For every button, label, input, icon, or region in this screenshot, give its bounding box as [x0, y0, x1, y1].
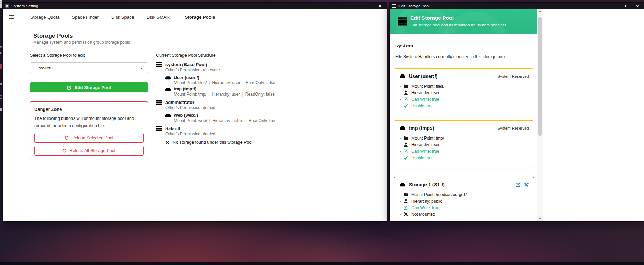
tab-disk-smart[interactable]: Disk SMART [140, 9, 179, 25]
hdd-icon [165, 87, 171, 91]
pool-name: default [165, 126, 180, 131]
handler-name: User (user:/) [409, 73, 437, 79]
usable-row: -Usable: true [400, 154, 534, 161]
scroll-up-button[interactable] [537, 9, 543, 14]
handlers-description: File System Handlers currently mounted i… [395, 54, 507, 59]
chevron-down-icon [140, 68, 143, 69]
system-reserved-badge: System Reserved [497, 74, 529, 78]
structure-title: Current Storage Pool Structure [156, 53, 216, 58]
system-setting-titlebar[interactable]: System Setting [3, 3, 387, 9]
desktop-icon-fragment-ring [0, 95, 2, 99]
mount-details: Mount Point: tmp/|Hierarchy: user|ReadOn… [174, 92, 309, 97]
desktop-icon-label-fragment: xt [0, 51, 3, 55]
folder-icon [404, 136, 411, 140]
handler-name: Storage 1 (S1:/) [409, 182, 445, 187]
server-icon [156, 62, 162, 67]
tab-space-finder[interactable]: Space Finder [66, 9, 105, 25]
check-icon [404, 156, 411, 160]
minimize-button[interactable] [356, 4, 361, 8]
maximize-button[interactable] [624, 4, 629, 8]
minimize-button[interactable] [613, 4, 618, 8]
window-title: Edit Storage Pool [398, 4, 430, 8]
tree-mount-user: User (user:/) Mount Point: files/|Hierar… [165, 75, 309, 85]
can-write-row: -Can Write: true [400, 148, 534, 154]
pool-select-label: Select a Storage Pool to edit [30, 53, 85, 58]
check-icon [404, 104, 411, 108]
mount-point-row: -Mount Point: /media/storage1/ [400, 191, 534, 198]
hierarchy-row: -Hierarchy: user [400, 89, 534, 96]
danger-zone-title: Danger Zone [34, 107, 144, 112]
hdd-icon [400, 74, 405, 78]
gear-icon [5, 4, 9, 8]
usable-row: -Usable: true [400, 103, 534, 109]
fs-handler-card-user: User (user:/) System Reserved -Mount Poi… [394, 68, 534, 116]
fs-handler-card-storage1: Storage 1 (S1:/) -Mount Point: /media/st… [394, 177, 534, 221]
folder-icon [404, 192, 411, 197]
folder-icon [404, 84, 411, 88]
desktop-icon-fragment-red [0, 64, 2, 69]
reload-all-storage-pool-button[interactable]: Reload All Storage Pool [34, 146, 144, 156]
divider [30, 79, 148, 79]
banner-title: Edit Storage Pool [410, 15, 454, 21]
window-title: System Setting [11, 4, 38, 8]
page-subtitle: Manage system and permission group stora… [33, 40, 130, 45]
empty-pool-message: No storage found under this Storage Pool [165, 140, 309, 145]
list-icon [392, 4, 398, 8]
taskbar-strip [0, 262, 644, 265]
mount-details: Mount Point: web/|Hierarchy: public|Read… [174, 118, 309, 123]
remove-handler-icon[interactable] [524, 182, 529, 187]
pool-permission: Other's Permission: denied [165, 105, 309, 110]
close-button[interactable] [378, 4, 383, 8]
desktop-icon-fragment-bar [0, 108, 2, 111]
banner-subtitle: Edit storage pool and its mounted file s… [410, 23, 506, 27]
mount-point-row: -Mount Point: files/ [400, 83, 534, 89]
scroll-down-button[interactable] [537, 216, 543, 221]
user-icon [404, 199, 411, 203]
edit-storage-pool-titlebar[interactable]: Edit Storage Pool [390, 3, 644, 9]
mount-name: tmp (tmp:/) [174, 87, 196, 91]
refresh-icon [62, 149, 67, 153]
edit-handler-icon[interactable] [516, 182, 521, 187]
divider [394, 64, 532, 64]
user-icon [404, 142, 411, 147]
close-button[interactable] [635, 4, 640, 8]
refresh-icon [65, 136, 69, 140]
fs-handler-card-tmp: tmp (tmp:/) System Reserved -Mount Point… [394, 120, 534, 168]
tree-mount-web: Web (web:/) Mount Point: web/|Hierarchy:… [165, 113, 309, 123]
scrollbar[interactable] [537, 9, 543, 221]
pool-select[interactable]: system [30, 62, 148, 73]
desktop: { "colors": { "banner_green": "#2dbd87",… [0, 0, 644, 265]
tab-storage-quota[interactable]: Storage Quota [24, 9, 66, 25]
system-setting-window: System Setting Storage Quota Space Finde… [3, 3, 387, 221]
tab-storage-pools[interactable]: Storage Pools [179, 9, 221, 25]
pool-permission: Other's Permission: denied [165, 132, 309, 136]
mount-point-row: -Mount Point: tmp/ [400, 135, 534, 141]
mount-name: User (user:/) [174, 75, 199, 80]
pool-select-value: system [39, 65, 53, 70]
selected-pool-name: system [395, 43, 413, 48]
page-title: Storage Pools [33, 33, 73, 39]
edit-icon [404, 205, 411, 210]
edit-storage-pool-button[interactable]: Edit Storage Pool [30, 82, 148, 92]
tree-pool-default: default Other's Permission: denied No st… [156, 126, 309, 145]
edit-pool-panel: Edit Storage Pool Edit storage pool and … [390, 9, 537, 221]
mount-name: Web (web:/) [174, 113, 198, 118]
reload-selected-pool-button[interactable]: Reload Selected Pool [34, 133, 144, 143]
tree-pool-system: system (Base Pool) Other's Permission: r… [156, 62, 309, 97]
danger-zone-card: Danger Zone The following buttons will u… [30, 101, 148, 159]
server-icon [398, 17, 407, 27]
times-icon [165, 141, 169, 144]
divider [30, 98, 148, 98]
maximize-button[interactable] [367, 4, 372, 8]
desktop-icon-fragment-document [0, 0, 2, 8]
hdd-icon [165, 114, 171, 117]
server-icon [156, 100, 162, 105]
can-write-row: -Can Write: true [400, 96, 534, 103]
hamburger-menu-icon[interactable] [9, 15, 14, 19]
tree-pool-administrator: administrator Other's Permission: denied… [156, 100, 309, 123]
scrollbar-thumb[interactable] [538, 17, 542, 136]
danger-zone-description: The following buttons will unmount stora… [34, 115, 146, 130]
user-icon [404, 90, 411, 95]
tab-disk-space[interactable]: Disk Space [105, 9, 140, 25]
hierarchy-row: -Hierarchy: public [400, 198, 534, 204]
